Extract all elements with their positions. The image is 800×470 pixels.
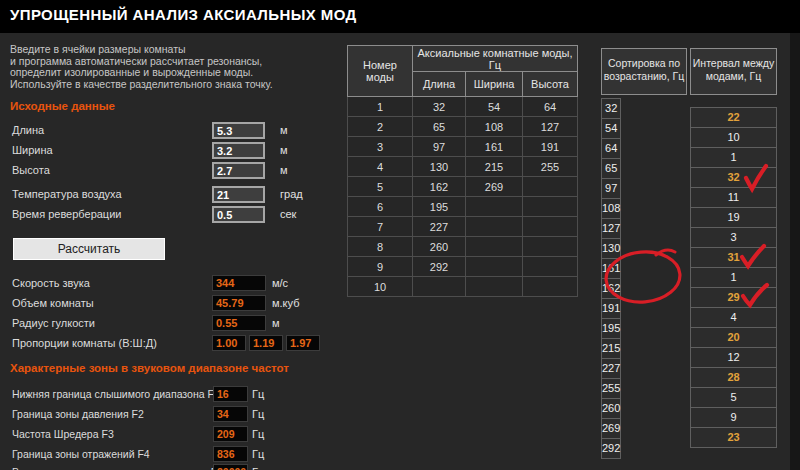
zone-f2-unit: Гц (252, 408, 264, 420)
sorted-cell: 255 (601, 378, 621, 399)
proportion-value-2: 1.19 (249, 335, 283, 351)
proportions-label: Пропорции комнаты (В:Ш:Д) (12, 337, 157, 349)
interval-column: 22 10 1 32 11 19 3 31 1 29 4 20 12 28 5 … (690, 107, 777, 448)
sorted-cell: 269 (601, 418, 621, 439)
interval-cell: 22 (690, 107, 777, 128)
sound-speed-value: 344 (212, 275, 266, 291)
boom-radius-unit: м (272, 317, 280, 329)
temperature-label: Температура воздуха (12, 188, 122, 200)
zone-f3-unit: Гц (252, 428, 264, 440)
zone-f1-value: 16 (213, 386, 248, 402)
interval-cell: 3 (690, 227, 777, 248)
room-volume-value: 45.79 (212, 295, 266, 311)
table-row: 7227 (348, 217, 578, 237)
zone-f2-value: 34 (213, 406, 248, 422)
table-row: 5162269 (348, 177, 578, 197)
interval-cell: 12 (690, 347, 777, 368)
sorted-cell: 162 (601, 278, 621, 299)
zone-f5-unit: Гц (252, 466, 264, 470)
sorted-cell: 97 (601, 178, 621, 199)
sorted-cell: 195 (601, 318, 621, 339)
zone-f5-label: Верхняя граница слышимого диапазона F5 (12, 466, 223, 470)
length-row: Длина м (0, 122, 346, 140)
room-volume-unit: м.куб (272, 297, 299, 309)
room-volume-row: Объем комнаты 45.79 м.куб (0, 295, 346, 313)
modes-corner-header: Номер моды (348, 46, 413, 97)
proportions-row: Пропорции комнаты (В:Ш:Д) 1.00 1.19 1.97 (0, 335, 346, 353)
boom-radius-row: Радиус гулкости 0.55 м (0, 315, 346, 333)
zone-f3-label: Частота Шредера F3 (12, 428, 114, 440)
zone-f4-row: Граница зоны отражений F4 836 Гц (0, 446, 346, 464)
width-unit: м (280, 144, 288, 156)
table-row: 265108127 (348, 117, 578, 137)
interval-cell: 29 (690, 287, 777, 308)
intro-line: Используйте в качестве разделительного з… (10, 79, 350, 91)
interval-cell: 4 (690, 307, 777, 328)
zone-f1-label: Нижняя граница слышимого диапазона F1 (12, 388, 220, 400)
interval-cell: 19 (690, 207, 777, 228)
zone-f5-value: 20000 (213, 464, 248, 470)
zone-f4-label: Граница зоны отражений F4 (12, 448, 150, 460)
reverb-row: Время реверберации сек (0, 206, 346, 224)
sorted-cell: 127 (601, 218, 621, 239)
temperature-input[interactable] (212, 186, 265, 203)
table-row: 6195 (348, 197, 578, 217)
zone-f5-row: Верхняя граница слышимого диапазона F5 2… (0, 464, 346, 470)
room-volume-label: Объем комнаты (12, 297, 94, 309)
sorted-cell: 215 (601, 338, 621, 359)
reverb-input[interactable] (212, 206, 265, 223)
zone-f3-row: Частота Шредера F3 209 Гц (0, 426, 346, 444)
sound-speed-unit: м/с (272, 277, 288, 289)
zone-f2-row: Граница зоны давления F2 34 Гц (0, 406, 346, 424)
boom-radius-value: 0.55 (212, 315, 266, 331)
title-bar: УПРОЩЕННЫЙ АНАЛИЗ АКСИАЛЬНЫХ МОД (0, 0, 800, 33)
intro-line: Введите в ячейки размеры комнаты (10, 44, 350, 56)
modes-sub-header-width: Ширина (466, 72, 523, 97)
reverb-label: Время реверберации (12, 208, 121, 220)
source-data-heading: Исходные данные (10, 100, 115, 112)
reverb-unit: сек (280, 208, 296, 220)
width-row: Ширина м (0, 142, 346, 160)
modes-sub-header-length: Длина (413, 72, 466, 97)
modes-sub-header-height: Высота (523, 72, 578, 97)
sorted-column: 32 54 64 65 97 108 127 130 161 162 191 1… (601, 98, 621, 459)
sorted-cell: 32 (601, 98, 621, 119)
interval-column-header: Интервал между модами, Гц (690, 48, 777, 95)
width-label: Ширина (12, 144, 53, 156)
proportion-value-3: 1.97 (286, 335, 320, 351)
sorted-cell: 292 (601, 438, 621, 459)
width-input[interactable] (212, 142, 265, 159)
boom-radius-label: Радиус гулкости (12, 317, 95, 329)
temperature-unit: град (280, 188, 303, 200)
table-row: 9292 (348, 257, 578, 277)
table-row: 397161191 (348, 137, 578, 157)
page-title: УПРОЩЕННЫЙ АНАЛИЗ АКСИАЛЬНЫХ МОД (10, 6, 357, 23)
interval-cell: 32 (690, 167, 777, 188)
zone-f4-value: 836 (213, 446, 248, 462)
interval-cell: 5 (690, 387, 777, 408)
proportion-value-1: 1.00 (212, 335, 246, 351)
sound-speed-label: Скорость звука (12, 277, 90, 289)
modes-table: Номер моды Аксиальные комнатные моды, Гц… (347, 45, 578, 297)
interval-cell: 1 (690, 147, 777, 168)
calculate-button[interactable]: Рассчитать (13, 238, 165, 260)
height-unit: м (280, 164, 288, 176)
sorted-cell: 64 (601, 138, 621, 159)
table-row: 10 (348, 277, 578, 297)
length-label: Длина (12, 124, 44, 136)
sorted-cell: 191 (601, 298, 621, 319)
intro-line: определит изолированные и вырожденные мо… (10, 67, 350, 79)
table-row: 8260 (348, 237, 578, 257)
sound-speed-row: Скорость звука 344 м/с (0, 275, 346, 293)
sorted-column-header: Сортировка по возрастанию, Гц (601, 48, 687, 95)
interval-cell: 20 (690, 327, 777, 348)
intro-text: Введите в ячейки размеры комнаты и прогр… (10, 44, 350, 90)
zone-f2-label: Граница зоны давления F2 (12, 408, 144, 420)
zone-f3-value: 209 (213, 426, 248, 442)
height-input[interactable] (212, 162, 265, 179)
table-row: 1325464 (348, 97, 578, 117)
sorted-cell: 54 (601, 118, 621, 139)
interval-cell: 28 (690, 367, 777, 388)
interval-cell: 9 (690, 407, 777, 428)
length-input[interactable] (212, 122, 265, 139)
